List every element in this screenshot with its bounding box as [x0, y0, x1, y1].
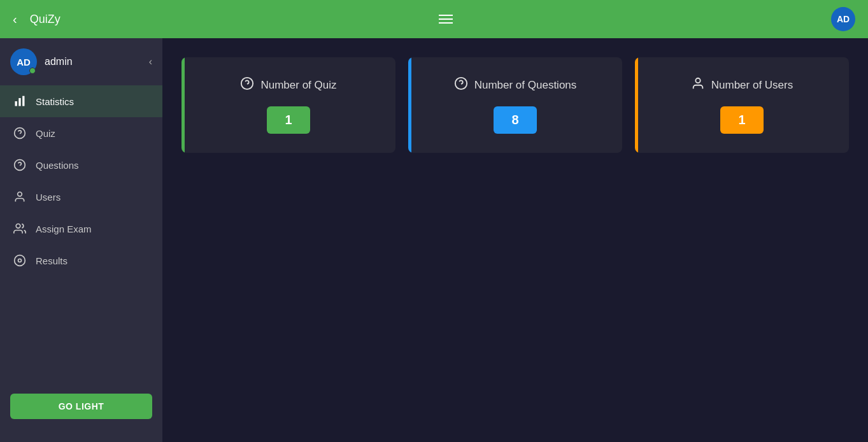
sidebar: AD admin ‹ Statistics	[0, 38, 162, 442]
svg-point-15	[695, 78, 700, 83]
stat-value-quiz: 1	[267, 106, 309, 134]
svg-point-10	[18, 259, 22, 262]
svg-rect-0	[15, 101, 17, 106]
svg-rect-2	[22, 96, 24, 106]
questions-stat-icon	[454, 76, 468, 94]
quiz-icon	[13, 126, 27, 140]
sidebar-avatar-initials: AD	[17, 57, 31, 68]
sidebar-item-users[interactable]: Users	[0, 181, 162, 213]
stat-card-users: Number of Users 1	[635, 57, 849, 153]
stat-label-questions: Number of Questions	[474, 79, 577, 92]
svg-point-9	[15, 255, 25, 266]
top-user-avatar[interactable]: AD	[831, 7, 855, 31]
stat-value-questions: 8	[494, 106, 536, 134]
stat-label-users: Number of Users	[711, 79, 793, 92]
app-title: QuiZy	[30, 13, 60, 26]
hamburger-line-2	[439, 18, 453, 20]
back-button[interactable]: ‹	[13, 12, 17, 27]
sidebar-item-assign-exam[interactable]: Assign Exam	[0, 213, 162, 245]
sidebar-item-quiz-label: Quiz	[36, 128, 55, 139]
questions-icon	[13, 158, 27, 172]
stat-card-quiz: Number of Quiz 1	[181, 57, 395, 153]
statistics-icon	[13, 94, 27, 108]
stat-title-questions: Number of Questions	[454, 76, 577, 94]
top-nav-left: ‹ QuiZy	[13, 12, 60, 27]
sidebar-nav: Statistics Quiz Questions	[0, 85, 162, 383]
sidebar-item-statistics-label: Statistics	[36, 96, 74, 107]
hamburger-line-3	[439, 22, 453, 24]
stat-title-users: Number of Users	[691, 76, 793, 94]
hamburger-line-1	[439, 15, 453, 16]
stat-card-questions: Number of Questions 8	[408, 57, 622, 153]
svg-rect-1	[18, 98, 20, 106]
go-light-button[interactable]: GO LIGHT	[10, 394, 152, 419]
stats-grid: Number of Quiz 1 Number of Questions 8	[181, 57, 849, 153]
sidebar-item-quiz[interactable]: Quiz	[0, 117, 162, 149]
sidebar-username: admin	[45, 56, 141, 68]
users-stat-icon	[691, 76, 705, 94]
sidebar-collapse-button[interactable]: ‹	[149, 56, 152, 68]
sidebar-item-questions-label: Questions	[36, 160, 79, 171]
sidebar-item-assign-exam-label: Assign Exam	[36, 224, 92, 234]
quiz-stat-icon	[240, 76, 254, 94]
sidebar-item-results[interactable]: Results	[0, 245, 162, 276]
online-indicator	[29, 68, 36, 74]
sidebar-item-users-label: Users	[36, 192, 60, 203]
sidebar-avatar: AD	[10, 48, 37, 75]
sidebar-item-statistics[interactable]: Statistics	[0, 85, 162, 117]
results-icon	[13, 253, 27, 267]
svg-point-8	[16, 224, 20, 229]
content-area: Number of Quiz 1 Number of Questions 8	[162, 38, 868, 442]
stat-value-users: 1	[720, 106, 763, 134]
stat-label-quiz: Number of Quiz	[260, 79, 336, 92]
sidebar-item-results-label: Results	[36, 255, 68, 266]
svg-point-7	[18, 192, 22, 197]
main-layout: AD admin ‹ Statistics	[0, 38, 868, 442]
stat-title-quiz: Number of Quiz	[240, 76, 336, 94]
users-icon	[13, 190, 27, 204]
sidebar-user-section: AD admin ‹	[0, 38, 162, 85]
assign-exam-icon	[13, 222, 27, 236]
sidebar-item-questions[interactable]: Questions	[0, 149, 162, 181]
top-nav: ‹ QuiZy AD	[0, 0, 868, 38]
hamburger-button[interactable]	[436, 12, 455, 26]
